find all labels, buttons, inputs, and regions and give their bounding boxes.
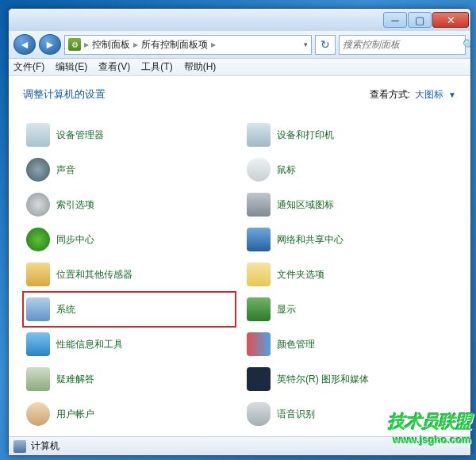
item-label: 文件夹选项 [277, 268, 324, 282]
control-panel-item[interactable]: 自动播放 [244, 431, 456, 436]
display-icon [247, 297, 271, 321]
item-label: 位置和其他传感器 [56, 268, 132, 282]
control-panel-item[interactable]: 设备管理器 [23, 117, 236, 152]
item-label: 索引选项 [56, 198, 94, 212]
control-panel-icon: ⚙ [68, 38, 81, 51]
chevron-down-icon[interactable]: ▼ [448, 90, 456, 99]
titlebar: ─ ▢ ✕ [9, 9, 470, 31]
user-accounts-icon [26, 402, 50, 426]
control-panel-item[interactable]: 声音 [23, 152, 236, 187]
view-label: 查看方式: [370, 88, 410, 102]
folder-options-icon [247, 263, 271, 286]
control-panel-item[interactable]: 文件夹选项 [244, 257, 456, 292]
control-panel-item[interactable]: 用户帐户 [23, 397, 236, 431]
item-label: 英特尔(R) 图形和媒体 [277, 373, 369, 386]
control-panel-grid: 设备管理器设备和打印机声音鼠标索引选项通知区域图标同步中心网络和共享中心位置和其… [23, 117, 456, 436]
breadcrumb-part[interactable]: 所有控制面板项 [141, 38, 208, 52]
item-label: 语音识别 [277, 408, 315, 421]
control-panel-item[interactable]: 索引选项 [23, 187, 236, 222]
control-panel-item[interactable]: 语音识别 [244, 397, 456, 431]
mouse-icon [247, 158, 271, 182]
network-sharing-icon [247, 228, 271, 251]
sync-center-icon [26, 228, 50, 251]
refresh-button[interactable]: ↻ [315, 35, 336, 55]
control-panel-item[interactable]: 位置和其他传感器 [23, 257, 236, 292]
performance-icon [26, 332, 50, 356]
item-label: 通知区域图标 [277, 198, 334, 212]
control-panel-item[interactable]: 鼠标 [244, 152, 456, 187]
control-panel-item[interactable]: 同步中心 [23, 222, 236, 257]
notification-area-icon [247, 193, 271, 217]
item-label: 设备管理器 [56, 128, 104, 142]
item-label: 疑难解答 [56, 373, 94, 386]
location-sensor-icon [26, 263, 50, 286]
control-panel-item[interactable]: 显示 [244, 292, 456, 327]
maximize-button[interactable]: ▢ [408, 12, 432, 28]
menu-file[interactable]: 文件(F) [13, 60, 44, 74]
breadcrumb[interactable]: ⚙ ▸ 控制面板 ▸ 所有控制面板项 ▸ ▾ [64, 35, 312, 55]
back-button[interactable]: ◄ [13, 34, 36, 55]
control-panel-item[interactable]: 性能信息和工具 [23, 327, 236, 362]
control-panel-item[interactable]: 设备和打印机 [244, 117, 456, 152]
menu-view[interactable]: 查看(V) [98, 60, 130, 74]
printer-icon [247, 123, 271, 147]
troubleshoot-icon [26, 367, 50, 391]
item-label: 网络和共享中心 [277, 233, 344, 247]
control-panel-item[interactable]: 疑难解答 [23, 362, 236, 397]
chevron-right-icon: ▸ [209, 39, 217, 50]
computer-icon [13, 440, 26, 453]
item-label: 用户帐户 [56, 408, 94, 421]
menu-tools[interactable]: 工具(T) [141, 60, 172, 74]
page-title: 调整计算机的设置 [23, 87, 106, 102]
view-mode-value[interactable]: 大图标 [415, 88, 443, 102]
chevron-right-icon: ▸ [83, 39, 90, 50]
sound-icon [26, 158, 50, 182]
item-label: 设备和打印机 [277, 128, 334, 142]
control-panel-item[interactable]: 颜色管理 [244, 327, 456, 362]
item-label: 鼠标 [277, 163, 296, 177]
breadcrumb-part[interactable]: 控制面板 [92, 38, 130, 52]
forward-button[interactable]: ► [39, 34, 61, 55]
content-header: 调整计算机的设置 查看方式: 大图标 ▼ [23, 87, 456, 102]
view-mode-picker[interactable]: 查看方式: 大图标 ▼ [370, 88, 456, 102]
minimize-button[interactable]: ─ [383, 12, 407, 28]
item-label: 显示 [277, 303, 296, 316]
indexing-icon [26, 193, 50, 217]
close-button[interactable]: ✕ [432, 12, 469, 28]
menu-help[interactable]: 帮助(H) [184, 60, 217, 74]
control-panel-item[interactable]: 英特尔(R) 图形和媒体 [244, 362, 456, 397]
item-label: 性能信息和工具 [56, 338, 123, 351]
navigation-bar: ◄ ► ⚙ ▸ 控制面板 ▸ 所有控制面板项 ▸ ▾ ↻ 🔍 [9, 31, 470, 59]
intel-graphics-icon [247, 367, 271, 391]
status-bar: 计算机 [9, 436, 470, 455]
item-label: 声音 [56, 163, 75, 177]
device-manager-icon [26, 123, 50, 147]
item-label: 系统 [56, 303, 75, 316]
item-label: 颜色管理 [277, 338, 315, 351]
content-area: 调整计算机的设置 查看方式: 大图标 ▼ 设备管理器设备和打印机声音鼠标索引选项… [9, 76, 470, 436]
chevron-right-icon: ▸ [132, 39, 140, 50]
status-label: 计算机 [31, 439, 60, 453]
menu-bar: 文件(F) 编辑(E) 查看(V) 工具(T) 帮助(H) [9, 59, 470, 76]
color-management-icon [247, 332, 271, 356]
control-panel-item[interactable]: 通知区域图标 [244, 187, 456, 222]
explorer-window: ─ ▢ ✕ ◄ ► ⚙ ▸ 控制面板 ▸ 所有控制面板项 ▸ ▾ ↻ 🔍 文件(… [8, 8, 471, 456]
chevron-down-icon[interactable]: ▾ [304, 40, 308, 48]
control-panel-item[interactable]: 桌面小工具 [23, 431, 236, 436]
search-input[interactable] [343, 39, 463, 50]
speech-icon [247, 402, 271, 426]
search-box[interactable]: 🔍 [339, 35, 466, 55]
menu-edit[interactable]: 编辑(E) [56, 60, 87, 74]
system-icon [26, 297, 50, 321]
control-panel-item[interactable]: 系统 [23, 292, 236, 327]
control-panel-item[interactable]: 网络和共享中心 [244, 222, 456, 257]
search-icon[interactable]: 🔍 [463, 39, 471, 51]
item-label: 同步中心 [56, 233, 94, 247]
